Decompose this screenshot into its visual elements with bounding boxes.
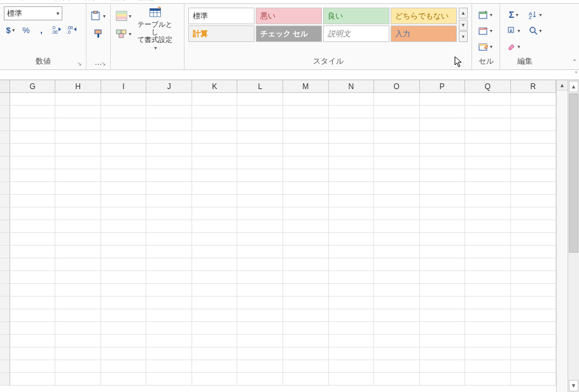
cell[interactable] xyxy=(101,246,147,258)
cell[interactable] xyxy=(283,131,329,144)
cell[interactable] xyxy=(283,258,329,271)
cell[interactable] xyxy=(511,322,556,335)
cell[interactable] xyxy=(420,322,466,335)
tab[interactable]: 設定 xyxy=(139,0,154,3)
cell[interactable] xyxy=(237,284,283,297)
cell[interactable] xyxy=(283,144,329,157)
cell[interactable] xyxy=(192,233,238,246)
cell[interactable] xyxy=(374,131,420,144)
cell[interactable] xyxy=(10,182,56,195)
col-header[interactable]: M xyxy=(283,80,329,92)
cell[interactable] xyxy=(101,258,147,271)
cell[interactable] xyxy=(146,220,192,233)
cell[interactable] xyxy=(101,131,147,144)
cell[interactable] xyxy=(10,246,56,258)
cell[interactable] xyxy=(511,195,556,207)
cell[interactable] xyxy=(283,360,329,373)
cell[interactable] xyxy=(511,284,556,297)
cell[interactable] xyxy=(192,182,238,195)
col-header[interactable]: N xyxy=(329,80,375,92)
cell[interactable] xyxy=(101,106,147,118)
cell[interactable] xyxy=(511,309,556,322)
gallery-down-button[interactable]: ▼ xyxy=(459,20,468,31)
cell[interactable] xyxy=(146,258,192,271)
cell[interactable] xyxy=(10,131,56,144)
cell[interactable] xyxy=(465,271,511,284)
cell[interactable] xyxy=(465,373,511,386)
outer-vscroll[interactable]: ▲ ▼ xyxy=(568,80,579,392)
cell[interactable] xyxy=(420,144,466,157)
cell[interactable] xyxy=(374,106,420,118)
cell[interactable] xyxy=(192,220,238,233)
cell[interactable] xyxy=(192,322,238,335)
cell[interactable] xyxy=(465,246,511,258)
cell[interactable] xyxy=(101,233,147,246)
cell[interactable] xyxy=(329,360,375,373)
cell[interactable] xyxy=(283,246,329,258)
scroll-thumb[interactable] xyxy=(569,94,578,253)
cell[interactable] xyxy=(146,284,192,297)
cell[interactable] xyxy=(329,220,375,233)
cell[interactable] xyxy=(374,258,420,271)
cell[interactable] xyxy=(237,322,283,335)
cell[interactable] xyxy=(511,118,556,131)
scroll-up-icon[interactable]: ▲ xyxy=(557,80,568,90)
cell[interactable] xyxy=(146,144,192,157)
cell[interactable] xyxy=(192,207,238,220)
cell[interactable] xyxy=(55,360,101,373)
paste-button[interactable]: ▼ xyxy=(89,9,108,23)
cell[interactable] xyxy=(465,195,511,207)
cell[interactable] xyxy=(192,373,238,386)
cell[interactable] xyxy=(374,297,420,309)
cell[interactable] xyxy=(10,309,56,322)
style-input[interactable]: 入力 xyxy=(391,25,457,42)
cell[interactable] xyxy=(420,297,466,309)
cell[interactable] xyxy=(101,220,147,233)
cell[interactable] xyxy=(420,360,466,373)
cell[interactable] xyxy=(374,233,420,246)
cell[interactable] xyxy=(101,335,147,347)
cell[interactable] xyxy=(55,182,101,195)
cell[interactable] xyxy=(283,118,329,131)
cell[interactable] xyxy=(101,144,147,157)
cell[interactable] xyxy=(465,118,511,131)
cell[interactable] xyxy=(55,220,101,233)
cell[interactable] xyxy=(146,195,192,207)
cell[interactable] xyxy=(511,246,556,258)
cell[interactable] xyxy=(329,258,375,271)
cell[interactable] xyxy=(101,322,147,335)
cell[interactable] xyxy=(192,360,238,373)
cell[interactable] xyxy=(101,169,147,182)
cell[interactable] xyxy=(55,284,101,297)
delete-cells-button[interactable]: −▼ xyxy=(477,24,495,38)
cell[interactable] xyxy=(283,93,329,106)
cell[interactable] xyxy=(329,207,375,220)
cell[interactable] xyxy=(146,297,192,309)
cell[interactable] xyxy=(10,258,56,271)
col-header[interactable]: G xyxy=(10,80,56,92)
cell[interactable] xyxy=(237,182,283,195)
cell[interactable] xyxy=(511,271,556,284)
cell[interactable] xyxy=(55,322,101,335)
cell[interactable] xyxy=(283,169,329,182)
cell[interactable] xyxy=(465,309,511,322)
cell[interactable] xyxy=(10,118,56,131)
col-header[interactable]: I xyxy=(101,80,147,92)
cell[interactable] xyxy=(283,207,329,220)
cell[interactable] xyxy=(465,335,511,347)
cell[interactable] xyxy=(146,335,192,347)
cell[interactable] xyxy=(237,195,283,207)
tab[interactable]: 挿入 xyxy=(55,0,70,3)
cell[interactable] xyxy=(511,335,556,347)
cell[interactable] xyxy=(192,297,238,309)
cell[interactable] xyxy=(374,118,420,131)
cell[interactable] xyxy=(329,195,375,207)
cell[interactable] xyxy=(101,297,147,309)
cell[interactable] xyxy=(10,233,56,246)
cell[interactable] xyxy=(55,131,101,144)
format-cells-button[interactable]: ▼ xyxy=(477,39,495,53)
cell[interactable] xyxy=(420,220,466,233)
cell[interactable] xyxy=(374,144,420,157)
cell[interactable] xyxy=(192,284,238,297)
cell[interactable] xyxy=(465,207,511,220)
